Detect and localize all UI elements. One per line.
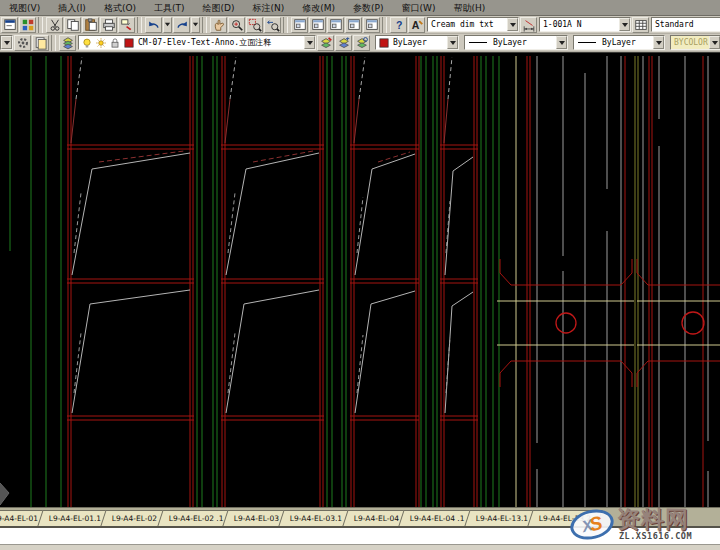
color-value: ByLayer [390, 38, 447, 47]
drawing-canvas[interactable] [0, 52, 720, 507]
menu-item-9[interactable]: 帮助(H) [444, 0, 494, 16]
layout-tab-label: L9-A4-EL-02 [112, 514, 157, 523]
layer-update-icon[interactable] [353, 35, 370, 51]
chevron-down-icon [709, 36, 720, 49]
menu-item-7[interactable]: 参数(P) [344, 0, 392, 16]
window-icon[interactable] [309, 17, 326, 33]
menu-item-6[interactable]: 修改(M) [293, 0, 344, 16]
window-icon[interactable] [345, 17, 362, 33]
plot-icon[interactable] [100, 17, 117, 33]
autocad-window: 视图(V)插入(I)格式(O)工具(T)绘图(D)标注(N)修改(M)参数(P)… [0, 0, 720, 550]
chevron-down-icon[interactable] [653, 36, 664, 49]
toolbar-separator [382, 17, 387, 33]
properties-icon[interactable] [1, 17, 18, 33]
paste-icon[interactable] [82, 17, 99, 33]
layout-tab-label: L9-A4-EL-02 .1 [168, 514, 223, 523]
chevron-down-icon[interactable] [507, 18, 518, 31]
chevron-down-icon[interactable] [1, 36, 12, 49]
table-style-icon[interactable] [632, 17, 649, 33]
sun-icon[interactable] [95, 37, 107, 49]
chevron-down-icon[interactable] [619, 18, 630, 31]
menu-item-3[interactable]: 工具(T) [145, 0, 194, 16]
current-layer-name: CM-07-Elev-Text-Anno.立面注释 [135, 37, 304, 48]
plotstyle-value: BYCOLOR [671, 38, 709, 47]
layout-tab-label: L9-A4-EL-03.1 [290, 514, 342, 523]
text-style-value: Cream dim txt [428, 20, 507, 29]
table-style-value: Standard [652, 20, 720, 29]
dim-style-combo[interactable]: 1-001A N [539, 17, 631, 32]
color-swatch [378, 37, 390, 49]
gear-icon[interactable] [14, 35, 31, 51]
watermark-site-url: ZL.XS1616.COM [617, 531, 694, 541]
chevron-down-icon[interactable] [191, 17, 200, 33]
watermark: X S 资料网 ZL.XS1616.COM [570, 502, 718, 546]
window-icon[interactable] [327, 17, 344, 33]
toolbar-separator [202, 17, 207, 33]
color-combo[interactable]: ByLayer [375, 35, 459, 50]
layout-tab-label: L9-A4-EL-04 [354, 514, 399, 523]
make-current-icon[interactable] [317, 35, 334, 51]
menu-item-5[interactable]: 标注(N) [243, 0, 293, 16]
standard-toolbar: ? A Cream dim txt 1-001A N Standard Stan… [0, 16, 720, 34]
lineweight-sample [578, 42, 596, 43]
cad-drawing [0, 53, 720, 508]
workspace-combo-fragment[interactable] [0, 35, 13, 50]
layout-tab-label: L9-A4-EL-13.1 [475, 514, 527, 523]
lineweight-value: ByLayer [599, 38, 653, 47]
layout-tab-label: L9-A4-EL-03 [234, 514, 279, 523]
undo-icon[interactable] [145, 17, 162, 33]
plotstyle-combo: BYCOLOR [670, 35, 720, 50]
toolbar-separator [283, 17, 288, 33]
dim-style-icon[interactable] [520, 17, 537, 33]
window-icon[interactable] [363, 17, 380, 33]
zoom-window-icon[interactable] [246, 17, 263, 33]
menu-item-1[interactable]: 插入(I) [49, 0, 95, 16]
layer-previous-icon[interactable] [335, 35, 352, 51]
zoom-realtime-icon[interactable] [228, 17, 245, 33]
toolbar-separator [137, 17, 142, 33]
chevron-down-icon[interactable] [556, 36, 567, 49]
dim-style-value: 1-001A N [540, 20, 619, 29]
layout-tab-label: L9-A4-EL-01.1 [49, 514, 101, 523]
pan-icon[interactable] [210, 17, 227, 33]
menu-bar: 视图(V)插入(I)格式(O)工具(T)绘图(D)标注(N)修改(M)参数(P)… [0, 0, 720, 16]
matchprops-icon[interactable] [118, 17, 135, 33]
window-icon[interactable] [291, 17, 308, 33]
chevron-down-icon[interactable] [163, 17, 172, 33]
menu-item-0[interactable]: 视图(V) [0, 0, 49, 16]
bulb-icon[interactable] [81, 37, 93, 49]
layout-tab-label: L9-A4-EL-01 [0, 514, 38, 523]
linetype-combo[interactable]: ByLayer [464, 35, 568, 50]
menu-item-4[interactable]: 绘图(D) [194, 0, 244, 16]
toolbar-separator [38, 17, 43, 33]
svg-text:A: A [411, 18, 419, 30]
cut-icon[interactable] [46, 17, 63, 33]
linetype-value: ByLayer [490, 38, 556, 47]
lineweight-combo[interactable]: ByLayer [573, 35, 665, 50]
menu-item-8[interactable]: 窗口(W) [392, 0, 444, 16]
designcenter-icon[interactable] [19, 17, 36, 33]
text-style-combo[interactable]: Cream dim txt [427, 17, 519, 32]
sheetset-icon[interactable] [32, 35, 49, 51]
layer-combo[interactable]: CM-07-Elev-Text-Anno.立面注释 [78, 35, 316, 50]
chevron-down-icon[interactable] [304, 36, 315, 49]
toolbar-separator [51, 35, 56, 51]
layer-color-swatch [123, 37, 135, 49]
linetype-sample [469, 42, 487, 43]
layers-properties-toolbar: CM-07-Elev-Text-Anno.立面注释 ByLayer ByLaye… [0, 34, 720, 52]
svg-text:?: ? [395, 18, 401, 30]
layout-tab-label: L9-A4-EL-04 .1 [410, 514, 465, 523]
help-icon[interactable]: ? [390, 17, 407, 33]
menu-item-2[interactable]: 格式(O) [95, 0, 145, 16]
copy-icon[interactable] [64, 17, 81, 33]
watermark-site-name: 资料网 [617, 508, 694, 531]
layers-icon[interactable] [59, 35, 76, 51]
zoom-previous-icon[interactable] [264, 17, 281, 33]
text-style-icon[interactable]: A [408, 17, 425, 33]
redo-icon[interactable] [173, 17, 190, 33]
chevron-down-icon[interactable] [447, 36, 458, 49]
watermark-logo: X S [567, 505, 617, 544]
lock-icon[interactable] [109, 37, 121, 49]
table-style-combo[interactable]: Standard [651, 17, 720, 32]
